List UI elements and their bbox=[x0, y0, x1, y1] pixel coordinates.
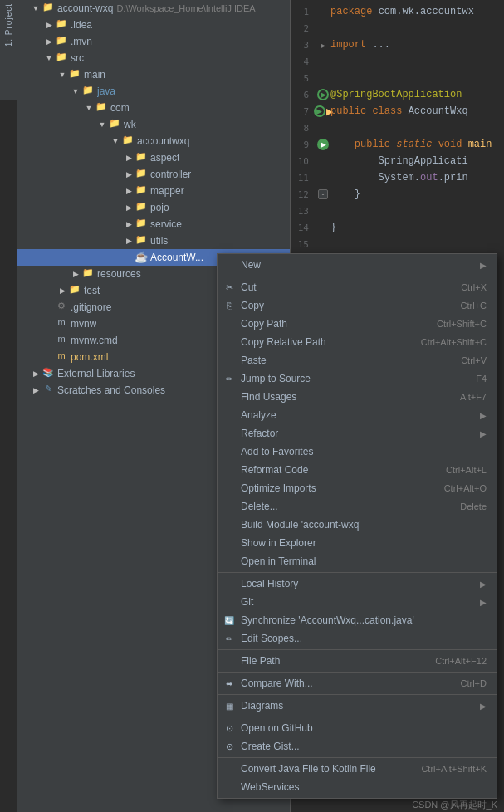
menu-shortcut-compare: Ctrl+D bbox=[461, 678, 487, 688]
menu-label-convert-kotlin: Convert Java File to Kotlin File bbox=[241, 763, 404, 775]
menu-item-git[interactable]: Git ▶ bbox=[218, 593, 497, 611]
menu-sep-4 bbox=[218, 672, 497, 673]
menu-shortcut-jump: F4 bbox=[476, 374, 487, 384]
menu-label-reformat: Reformat Code bbox=[241, 464, 429, 476]
menu-shortcut-find: Alt+F7 bbox=[460, 392, 487, 402]
menu-shortcut-copy-path: Ctrl+Shift+C bbox=[437, 319, 487, 329]
menu-label-synchronize: Synchronize 'AccountWxq...cation.java' bbox=[241, 614, 487, 626]
menu-label-show-explorer: Show in Explorer bbox=[241, 537, 487, 549]
copy-icon: ⎘ bbox=[223, 299, 236, 312]
menu-label-analyze: Analyze bbox=[241, 409, 477, 421]
compare-icon: ⬌ bbox=[223, 677, 236, 690]
menu-label-local-history: Local History bbox=[241, 578, 477, 589]
menu-label-edit-scopes: Edit Scopes... bbox=[241, 633, 487, 644]
menu-label-git: Git bbox=[241, 596, 477, 608]
menu-label-diagrams: Diagrams bbox=[241, 700, 477, 712]
menu-item-edit-scopes[interactable]: ✏ Edit Scopes... bbox=[218, 629, 497, 648]
menu-item-create-gist[interactable]: ⊙ Create Gist... bbox=[218, 737, 497, 756]
menu-item-synchronize[interactable]: 🔄 Synchronize 'AccountWxq...cation.java' bbox=[218, 611, 497, 629]
menu-shortcut-reformat: Ctrl+Alt+L bbox=[446, 465, 487, 475]
menu-item-delete[interactable]: Delete... Delete bbox=[218, 497, 497, 516]
menu-shortcut-paste: Ctrl+V bbox=[461, 355, 487, 365]
menu-item-webservices[interactable]: WebServices bbox=[218, 778, 497, 796]
menu-label-find-usages: Find Usages bbox=[241, 391, 443, 403]
menu-item-local-history[interactable]: Local History ▶ bbox=[218, 575, 497, 593]
context-menu-overlay: New ▶ ✂ Cut Ctrl+X ⎘ Copy Ctrl+C Copy Pa… bbox=[0, 0, 504, 812]
menu-item-analyze[interactable]: Analyze ▶ bbox=[218, 406, 497, 424]
menu-item-refactor[interactable]: Refactor ▶ bbox=[218, 424, 497, 443]
menu-item-copy[interactable]: ⎘ Copy Ctrl+C bbox=[218, 296, 497, 315]
menu-arrow-analyze: ▶ bbox=[480, 411, 487, 420]
menu-item-find-usages[interactable]: Find Usages Alt+F7 bbox=[218, 388, 497, 406]
menu-sep-7 bbox=[218, 757, 497, 758]
menu-label-open-terminal: Open in Terminal bbox=[241, 555, 487, 567]
menu-sep-5 bbox=[218, 694, 497, 695]
github-icon-1: ⊙ bbox=[223, 722, 236, 735]
menu-shortcut-copy: Ctrl+C bbox=[461, 301, 487, 311]
github-icon-2: ⊙ bbox=[223, 740, 236, 753]
menu-label-open-github: Open on GitHub bbox=[241, 722, 487, 734]
menu-label-compare: Compare With... bbox=[241, 677, 444, 689]
menu-label-new: New bbox=[241, 259, 477, 271]
menu-item-add-favorites[interactable]: Add to Favorites bbox=[218, 443, 497, 461]
menu-label-jump-source: Jump to Source bbox=[241, 373, 459, 384]
menu-sep-6 bbox=[218, 717, 497, 717]
menu-label-refactor: Refactor bbox=[241, 428, 477, 439]
menu-item-file-path[interactable]: File Path Ctrl+Alt+F12 bbox=[218, 652, 497, 670]
menu-label-build-module: Build Module 'account-wxq' bbox=[241, 519, 487, 531]
menu-item-new[interactable]: New ▶ bbox=[218, 256, 497, 274]
menu-label-file-path: File Path bbox=[241, 655, 418, 667]
menu-item-jump-source[interactable]: ✏ Jump to Source F4 bbox=[218, 369, 497, 388]
menu-item-paste[interactable]: Paste Ctrl+V bbox=[218, 351, 497, 369]
menu-item-copy-rel-path[interactable]: Copy Relative Path Ctrl+Alt+Shift+C bbox=[218, 333, 497, 351]
menu-shortcut-convert: Ctrl+Alt+Shift+K bbox=[421, 764, 487, 774]
menu-label-copy: Copy bbox=[241, 300, 444, 311]
context-menu: New ▶ ✂ Cut Ctrl+X ⎘ Copy Ctrl+C Copy Pa… bbox=[217, 253, 497, 799]
edit-scopes-icon: ✏ bbox=[223, 632, 236, 645]
menu-label-cut: Cut bbox=[241, 281, 444, 293]
menu-label-create-gist: Create Gist... bbox=[241, 741, 487, 752]
menu-arrow-diagrams: ▶ bbox=[480, 702, 487, 711]
menu-shortcut-optimize: Ctrl+Alt+O bbox=[444, 483, 487, 493]
menu-shortcut-copy-rel: Ctrl+Alt+Shift+C bbox=[421, 337, 487, 347]
menu-item-open-terminal[interactable]: Open in Terminal bbox=[218, 552, 497, 570]
menu-label-add-favorites: Add to Favorites bbox=[241, 446, 487, 457]
menu-arrow-new: ▶ bbox=[480, 261, 487, 270]
menu-arrow-git: ▶ bbox=[480, 598, 487, 607]
menu-item-compare[interactable]: ⬌ Compare With... Ctrl+D bbox=[218, 674, 497, 692]
menu-sep-1 bbox=[218, 276, 497, 276]
menu-shortcut-delete: Delete bbox=[460, 501, 487, 511]
menu-item-cut[interactable]: ✂ Cut Ctrl+X bbox=[218, 278, 497, 296]
cut-icon: ✂ bbox=[223, 281, 236, 294]
jump-source-icon: ✏ bbox=[223, 372, 236, 385]
menu-sep-3 bbox=[218, 649, 497, 650]
menu-item-open-github[interactable]: ⊙ Open on GitHub bbox=[218, 719, 497, 737]
menu-item-build-module[interactable]: Build Module 'account-wxq' bbox=[218, 516, 497, 534]
menu-item-diagrams[interactable]: ▦ Diagrams ▶ bbox=[218, 697, 497, 715]
menu-label-optimize: Optimize Imports bbox=[241, 482, 428, 494]
sync-icon: 🔄 bbox=[223, 614, 236, 627]
menu-shortcut-file-path: Ctrl+Alt+F12 bbox=[435, 656, 487, 666]
diagrams-icon: ▦ bbox=[223, 699, 236, 712]
menu-arrow-refactor: ▶ bbox=[480, 429, 487, 438]
menu-label-paste: Paste bbox=[241, 355, 444, 366]
menu-arrow-local-history: ▶ bbox=[480, 580, 487, 589]
menu-label-delete: Delete... bbox=[241, 501, 443, 512]
menu-item-convert-kotlin[interactable]: Convert Java File to Kotlin File Ctrl+Al… bbox=[218, 760, 497, 778]
menu-item-show-explorer[interactable]: Show in Explorer bbox=[218, 534, 497, 552]
menu-item-optimize[interactable]: Optimize Imports Ctrl+Alt+O bbox=[218, 479, 497, 497]
menu-item-copy-path[interactable]: Copy Path Ctrl+Shift+C bbox=[218, 315, 497, 333]
menu-label-copy-rel-path: Copy Relative Path bbox=[241, 336, 404, 348]
menu-label-webservices: WebServices bbox=[241, 781, 487, 793]
menu-sep-2 bbox=[218, 572, 497, 573]
menu-shortcut-cut: Ctrl+X bbox=[461, 282, 487, 292]
menu-item-reformat[interactable]: Reformat Code Ctrl+Alt+L bbox=[218, 461, 497, 479]
menu-label-copy-path: Copy Path bbox=[241, 318, 420, 330]
